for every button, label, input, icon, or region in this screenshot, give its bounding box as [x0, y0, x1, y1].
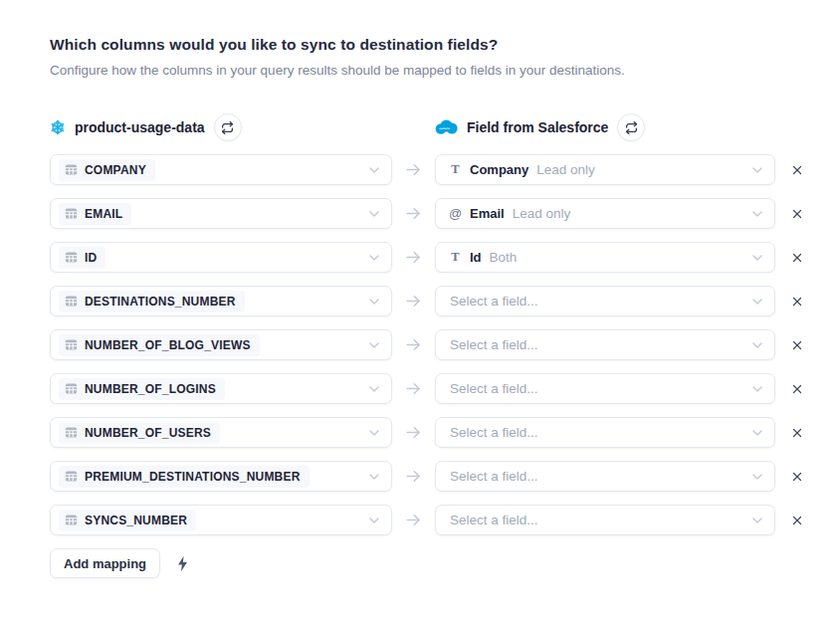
field-qualifier: Lead only: [513, 206, 571, 221]
table-icon: [65, 382, 78, 395]
remove-mapping-button[interactable]: [788, 336, 806, 354]
column-badge: SYNCS_NUMBER: [59, 510, 196, 531]
field-placeholder: Select a field...: [448, 381, 538, 396]
destination-field-select[interactable]: Select a field...: [435, 329, 775, 360]
repeat-icon: [625, 121, 638, 134]
column-badge: NUMBER_OF_LOGINS: [59, 378, 225, 400]
mapping-row: NUMBER_OF_BLOG_VIEWS Select a field...: [50, 329, 840, 360]
field-content: @ Email Lead only: [444, 206, 570, 221]
table-icon: [65, 295, 78, 308]
field-content: Select a field...: [444, 513, 538, 527]
column-headers-row: ❄ product-usage-data: [50, 113, 840, 141]
source-column-select[interactable]: PREMIUM_DESTINATIONS_NUMBER: [50, 461, 392, 492]
column-label: PREMIUM_DESTINATIONS_NUMBER: [85, 470, 301, 484]
mapping-row: NUMBER_OF_LOGINS Select a field...: [50, 373, 840, 404]
column-badge: NUMBER_OF_USERS: [59, 422, 220, 444]
remove-mapping-button[interactable]: [788, 161, 806, 179]
close-icon: [790, 382, 804, 396]
chevron-down-icon: [749, 337, 765, 353]
chevron-down-icon: [749, 294, 765, 310]
chevron-down-icon: [366, 337, 382, 353]
field-placeholder: Select a field...: [448, 469, 538, 484]
snowflake-icon: ❄: [50, 118, 66, 137]
repeat-icon: [221, 121, 234, 134]
chevron-down-icon: [749, 162, 765, 178]
chevron-down-icon: [366, 425, 382, 441]
chevron-down-icon: [366, 162, 382, 178]
remove-mapping-button[interactable]: [788, 424, 806, 442]
arrow-right-icon: [392, 335, 435, 354]
column-label: ID: [85, 251, 97, 265]
source-column-select[interactable]: COMPANY: [50, 154, 392, 185]
field-qualifier: Both: [490, 250, 518, 265]
column-badge: COMPANY: [59, 159, 155, 181]
table-icon: [65, 251, 78, 264]
close-icon: [790, 426, 804, 440]
field-placeholder: Select a field...: [448, 337, 538, 352]
refresh-destination-fields-button[interactable]: [617, 113, 645, 141]
close-icon: [790, 251, 804, 265]
field-name: Email: [470, 206, 505, 221]
mapping-row: COMPANY T Company Lead only: [50, 154, 840, 185]
sync-column-mapping-page: Which columns would you like to sync to …: [0, 0, 840, 578]
destination-field-select[interactable]: Select a field...: [435, 373, 775, 404]
column-label: DESTINATIONS_NUMBER: [85, 295, 236, 309]
destination-field-select[interactable]: T Company Lead only: [435, 154, 775, 185]
mapping-row: EMAIL @ Email Lead only: [50, 198, 840, 229]
chevron-down-icon: [366, 294, 382, 310]
remove-mapping-button[interactable]: [788, 468, 806, 486]
page-title: Which columns would you like to sync to …: [50, 36, 840, 54]
remove-mapping-button[interactable]: [788, 205, 806, 223]
table-icon: [65, 426, 78, 439]
remove-mapping-button[interactable]: [788, 512, 806, 529]
source-column-select[interactable]: EMAIL: [50, 198, 392, 229]
destination-header: Field from Salesforce: [435, 113, 645, 141]
remove-mapping-button[interactable]: [788, 249, 806, 267]
chevron-down-icon: [366, 250, 382, 266]
lightning-bolt-icon[interactable]: [177, 555, 188, 572]
field-placeholder: Select a field...: [448, 425, 538, 440]
destination-field-select[interactable]: Select a field...: [435, 417, 775, 448]
field-content: Select a field...: [444, 425, 538, 440]
close-icon: [790, 207, 804, 221]
column-label: COMPANY: [85, 163, 146, 177]
text-type-icon: T: [448, 251, 463, 264]
remove-mapping-button[interactable]: [788, 293, 806, 310]
destination-field-select[interactable]: Select a field...: [435, 461, 775, 492]
source-column-select[interactable]: ID: [50, 242, 392, 273]
text-type-icon: T: [448, 163, 463, 176]
add-mapping-button[interactable]: Add mapping: [50, 548, 160, 578]
mapping-row: PREMIUM_DESTINATIONS_NUMBER Select a fie…: [50, 461, 840, 492]
destination-field-select[interactable]: @ Email Lead only: [435, 198, 775, 229]
table-icon: [65, 207, 78, 220]
arrow-right-icon: [392, 248, 435, 267]
arrow-right-icon: [392, 467, 435, 486]
destination-title: Field from Salesforce: [467, 119, 608, 135]
source-title: product-usage-data: [75, 119, 205, 135]
source-column-select[interactable]: DESTINATIONS_NUMBER: [50, 286, 392, 316]
source-header: ❄ product-usage-data: [50, 113, 435, 141]
close-icon: [790, 163, 804, 177]
source-column-select[interactable]: NUMBER_OF_LOGINS: [50, 373, 392, 404]
close-icon: [790, 514, 804, 527]
source-column-select[interactable]: NUMBER_OF_USERS: [50, 417, 392, 448]
source-column-select[interactable]: SYNCS_NUMBER: [50, 505, 392, 535]
close-icon: [790, 295, 804, 309]
chevron-down-icon: [366, 513, 382, 528]
table-icon: [65, 163, 78, 176]
column-label: NUMBER_OF_LOGINS: [85, 382, 216, 396]
refresh-source-columns-button[interactable]: [214, 113, 242, 141]
table-icon: [65, 514, 78, 526]
destination-field-select[interactable]: Select a field...: [435, 505, 775, 535]
destination-field-select[interactable]: Select a field...: [435, 286, 775, 316]
close-icon: [790, 470, 804, 484]
column-badge: EMAIL: [59, 203, 131, 225]
source-column-select[interactable]: NUMBER_OF_BLOG_VIEWS: [50, 329, 392, 360]
table-icon: [65, 470, 78, 483]
remove-mapping-button[interactable]: [788, 380, 806, 398]
column-badge: NUMBER_OF_BLOG_VIEWS: [59, 334, 260, 356]
destination-field-select[interactable]: T Id Both: [435, 242, 775, 273]
page-description: Configure how the columns in your query …: [50, 63, 840, 78]
table-icon: [65, 338, 78, 351]
chevron-down-icon: [749, 206, 765, 222]
